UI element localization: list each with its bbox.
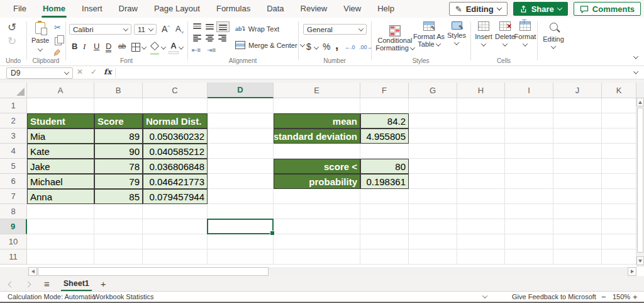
tab-file[interactable]: File xyxy=(5,0,35,18)
name-box[interactable]: D9 xyxy=(6,67,73,79)
cell-G6[interactable] xyxy=(409,174,457,189)
cell-J1[interactable] xyxy=(553,98,602,113)
column-header-D[interactable]: D xyxy=(208,83,274,98)
cell-H10[interactable] xyxy=(457,234,505,249)
undo-icon[interactable]: ↺ xyxy=(8,21,16,34)
underline-button[interactable]: U xyxy=(94,42,99,50)
cell-B3[interactable]: 89 xyxy=(94,129,143,144)
cell-E10[interactable] xyxy=(274,234,360,249)
cell-G9[interactable] xyxy=(409,219,457,234)
cancel-icon[interactable]: ✕ xyxy=(77,67,83,76)
cell-F3[interactable]: 4.955805 xyxy=(360,129,409,144)
cell-B1[interactable] xyxy=(94,98,143,113)
cell-G1[interactable] xyxy=(409,98,457,113)
align-left-icon[interactable] xyxy=(193,35,201,42)
chevron-down-icon[interactable] xyxy=(161,44,166,49)
paste-button[interactable]: Paste xyxy=(29,22,52,54)
format-as-table-button[interactable]: ✎ Format As Table xyxy=(411,21,447,48)
next-sheet-button[interactable] xyxy=(19,279,36,289)
share-button[interactable]: Share xyxy=(513,2,568,16)
align-right-icon[interactable] xyxy=(218,35,226,42)
strikethrough-button[interactable]: ab xyxy=(118,43,126,50)
cell-H5[interactable] xyxy=(457,159,505,174)
cell-A10[interactable] xyxy=(27,234,94,249)
font-color-button[interactable]: A xyxy=(169,41,179,54)
scroll-up-button[interactable] xyxy=(636,98,644,106)
cell-K2[interactable] xyxy=(602,113,636,129)
cell-G4[interactable] xyxy=(409,144,457,159)
cell-I5[interactable] xyxy=(505,159,553,174)
cell-A11[interactable] xyxy=(27,249,94,265)
row-header-6[interactable]: 6 xyxy=(0,174,27,189)
cell-K5[interactable] xyxy=(602,159,636,174)
cell-A7[interactable]: Anna xyxy=(27,189,94,204)
percent-format-icon[interactable]: % xyxy=(323,42,330,51)
calculation-mode-status[interactable]: Calculation Mode: Automatic xyxy=(8,293,95,300)
tab-data[interactable]: Data xyxy=(258,0,292,18)
select-all-corner[interactable] xyxy=(0,83,27,98)
zoom-out-button[interactable]: − xyxy=(601,292,606,302)
enter-icon[interactable]: ✓ xyxy=(91,67,97,76)
tab-home[interactable]: Home xyxy=(35,0,74,18)
increase-decimal-icon[interactable]: ←.0 xyxy=(345,44,355,50)
tab-insert[interactable]: Insert xyxy=(74,0,111,18)
cell-H7[interactable] xyxy=(457,189,505,204)
fill-color-button[interactable] xyxy=(150,42,159,55)
tab-help[interactable]: Help xyxy=(369,0,402,18)
cell-B4[interactable]: 90 xyxy=(94,144,143,159)
cell-C3[interactable]: 0.050360232 xyxy=(143,129,208,144)
cell-D6[interactable] xyxy=(208,174,274,189)
cell-B6[interactable]: 79 xyxy=(94,174,143,189)
cell-A4[interactable]: Kate xyxy=(27,144,94,159)
cell-F10[interactable] xyxy=(360,234,409,249)
cell-B9[interactable] xyxy=(94,219,143,234)
expand-formula-bar-icon[interactable] xyxy=(633,69,638,74)
editing-mode-button[interactable]: ✎ Editing xyxy=(449,2,508,16)
cut-icon[interactable]: ✂ xyxy=(54,23,61,32)
cell-H8[interactable] xyxy=(457,204,505,219)
cell-I8[interactable] xyxy=(505,204,553,219)
cell-K1[interactable] xyxy=(602,98,636,113)
cell-G7[interactable] xyxy=(409,189,457,204)
cell-K8[interactable] xyxy=(602,204,636,219)
cell-E3[interactable]: standard deviation xyxy=(274,129,360,144)
bold-button[interactable]: B xyxy=(72,42,77,50)
format-painter-icon[interactable] xyxy=(53,48,62,57)
cell-D2[interactable] xyxy=(208,113,274,129)
cell-B10[interactable] xyxy=(94,234,143,249)
cell-C8[interactable] xyxy=(143,204,208,219)
column-header-I[interactable]: I xyxy=(505,83,553,98)
workbook-statistics-button[interactable]: Workbook Statistics xyxy=(93,293,153,300)
cell-J4[interactable] xyxy=(553,144,602,159)
double-underline-button[interactable]: D xyxy=(106,42,111,52)
cell-I7[interactable] xyxy=(505,189,553,204)
add-sheet-button[interactable]: + xyxy=(96,278,111,289)
cell-B2[interactable]: Score xyxy=(94,113,143,129)
cell-A2[interactable]: Student xyxy=(27,113,94,129)
column-header-K[interactable]: K xyxy=(602,83,636,98)
scroll-down-button[interactable] xyxy=(636,256,644,265)
cell-D11[interactable] xyxy=(208,249,274,265)
cell-H3[interactable] xyxy=(457,129,505,144)
cell-J8[interactable] xyxy=(553,204,602,219)
cell-D5[interactable] xyxy=(208,159,274,174)
cell-K3[interactable] xyxy=(602,129,636,144)
cell-F1[interactable] xyxy=(360,98,409,113)
cell-D8[interactable] xyxy=(208,204,274,219)
italic-button[interactable]: I xyxy=(83,42,86,50)
horizontal-scrollbar[interactable] xyxy=(27,267,636,276)
middle-align-icon[interactable] xyxy=(206,23,214,30)
cell-C4[interactable]: 0.040585212 xyxy=(143,144,208,159)
column-header-H[interactable]: H xyxy=(457,83,505,98)
cell-C2[interactable]: Normal Dist. xyxy=(143,113,208,129)
previous-sheet-button[interactable] xyxy=(0,279,19,289)
row-header-5[interactable]: 5 xyxy=(0,159,27,174)
cell-A1[interactable] xyxy=(27,98,94,113)
borders-icon[interactable] xyxy=(131,43,140,52)
cell-H6[interactable] xyxy=(457,174,505,189)
cell-H11[interactable] xyxy=(457,249,505,265)
cell-J3[interactable] xyxy=(553,129,602,144)
cell-E2[interactable]: mean xyxy=(274,113,360,129)
selected-cell-outline[interactable] xyxy=(207,219,274,234)
cell-E6[interactable]: probability xyxy=(274,174,360,189)
